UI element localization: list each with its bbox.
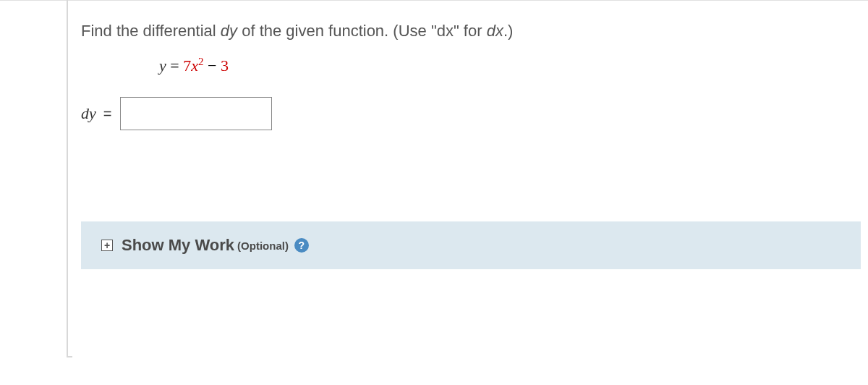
equation-equals: = — [166, 56, 183, 75]
question-prompt: Find the differential dy of the given fu… — [81, 20, 861, 43]
answer-input[interactable] — [120, 97, 272, 130]
show-my-work-title: Show My Work — [122, 236, 234, 255]
equation: y = 7x2 − 3 — [159, 56, 861, 75]
equation-lhs: y — [159, 56, 166, 75]
left-border — [67, 0, 68, 358]
prompt-text-2: of the given function. (Use "dx" for — [237, 22, 487, 40]
prompt-dy: dy — [221, 22, 237, 40]
show-my-work-optional: (Optional) — [237, 240, 289, 252]
answer-equals: = — [103, 106, 112, 122]
equation-base-var: x — [191, 56, 198, 75]
help-icon[interactable]: ? — [294, 238, 309, 253]
answer-row: dy = — [81, 97, 861, 130]
prompt-dx: dx — [487, 22, 503, 40]
equation-coeff: 7 — [183, 56, 191, 75]
question-content: Find the differential dy of the given fu… — [81, 20, 861, 269]
prompt-text-3: .) — [503, 22, 513, 40]
left-border-footer-tick — [67, 356, 72, 358]
prompt-text-1: Find the differential — [81, 22, 221, 40]
expand-plus-icon[interactable]: + — [101, 240, 113, 251]
equation-minus: − — [203, 56, 220, 75]
answer-label: dy — [81, 104, 96, 123]
equation-constant: 3 — [221, 56, 229, 75]
show-my-work-panel[interactable]: + Show My Work (Optional) ? — [81, 221, 861, 269]
top-divider — [0, 0, 868, 1]
